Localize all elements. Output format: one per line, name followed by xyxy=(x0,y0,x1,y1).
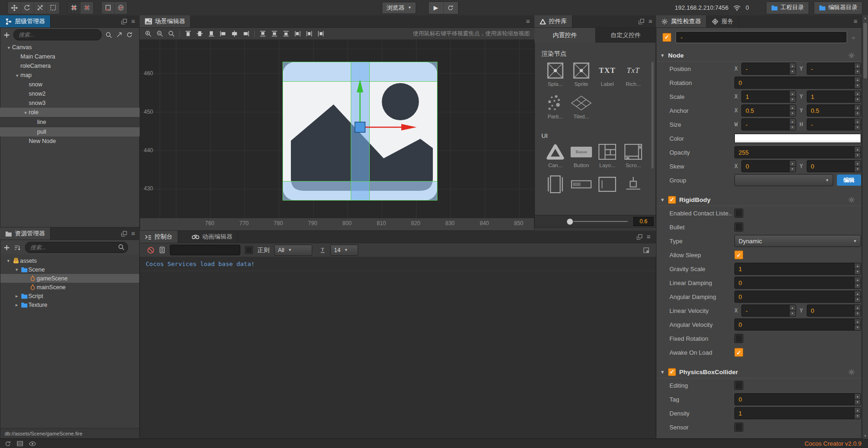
panel-menu-icon[interactable]: ≡ xyxy=(649,18,652,25)
dmid-button[interactable] xyxy=(269,29,280,39)
open-log-file-button[interactable] xyxy=(159,247,165,253)
widget-item-rich[interactable]: TxTRich... xyxy=(620,60,646,90)
open-project-dir-button[interactable]: 工程目录 xyxy=(766,1,809,14)
number-field-y[interactable]: 0.5▲▼ xyxy=(807,104,861,117)
hierarchy-node-rolecamera[interactable]: roleCamera xyxy=(0,61,140,71)
checkbox[interactable]: ✓ xyxy=(734,251,743,260)
hierarchy-node-snow3[interactable]: snow3 xyxy=(0,98,140,108)
value-stepper[interactable]: ▲▼ xyxy=(854,291,861,302)
color-swatch[interactable] xyxy=(734,134,861,143)
create-asset-button[interactable] xyxy=(4,245,10,251)
tab-animation-editor[interactable]: 动画编辑器 xyxy=(186,231,238,243)
almid-button[interactable] xyxy=(194,29,206,39)
font-size-select[interactable]: 14▼ xyxy=(330,245,358,256)
library-scrollbar[interactable] xyxy=(651,62,654,169)
dropdown-select[interactable]: Dynamic▼ xyxy=(734,235,861,247)
rotate-tool-button[interactable] xyxy=(21,2,34,14)
checkbox[interactable] xyxy=(734,223,743,232)
component-enabled-checkbox[interactable]: ✓ xyxy=(668,368,676,376)
number-field-y[interactable]: -▲▼ xyxy=(807,63,861,75)
edit-group-button[interactable]: 编辑 xyxy=(837,175,861,186)
number-field-y[interactable]: 1▲▼ xyxy=(807,91,861,103)
caret-icon[interactable]: ▾ xyxy=(13,267,20,272)
asset-node-texture[interactable]: ▸Texture xyxy=(0,300,139,309)
widget-item-sliderw[interactable] xyxy=(620,174,646,195)
caret-icon[interactable]: ▾ xyxy=(22,110,29,115)
value-stepper[interactable]: ▲▼ xyxy=(854,394,861,405)
number-field[interactable]: 1▲▼ xyxy=(734,263,861,275)
magplus-button[interactable] xyxy=(142,29,154,39)
regex-checkbox[interactable] xyxy=(245,246,253,254)
widget-item-parti[interactable]: Parti... xyxy=(542,92,568,122)
float-panel-icon[interactable] xyxy=(637,234,643,240)
hierarchy-node-main-camera[interactable]: Main Camera xyxy=(0,52,140,61)
asset-node-gamescene[interactable]: gameScene xyxy=(0,274,139,283)
value-stepper[interactable]: ▲▼ xyxy=(854,161,861,172)
clear-log-button[interactable] xyxy=(147,247,154,254)
number-field-x[interactable]: 1▲▼ xyxy=(741,91,796,103)
value-stepper[interactable]: ▲▼ xyxy=(854,319,861,330)
value-stepper[interactable]: ▲▼ xyxy=(789,305,796,316)
widget-item-can[interactable]: Can... xyxy=(542,141,568,171)
tab-scene-editor[interactable]: 场景编辑器 xyxy=(140,15,191,27)
widget-item-sprite[interactable]: Sprite xyxy=(568,60,594,90)
checkbox[interactable] xyxy=(734,381,743,390)
locate-node-icon[interactable] xyxy=(116,32,122,38)
globetool-tool-button[interactable] xyxy=(115,2,127,14)
tab-console[interactable]: 控制台 xyxy=(140,231,178,243)
widget-item-pageview[interactable] xyxy=(542,174,568,195)
preview-target-dropdown[interactable]: 浏览器▼ xyxy=(382,2,416,14)
hierarchy-search-input[interactable]: 搜索... xyxy=(13,29,102,40)
caret-icon[interactable]: ▼ xyxy=(660,197,665,202)
albot-button[interactable] xyxy=(206,29,217,39)
hierarchy-node-canvas[interactable]: ▾Canvas xyxy=(0,43,140,52)
move-tool-button[interactable] xyxy=(8,2,21,14)
number-field[interactable]: 255▲▼ xyxy=(734,146,861,158)
value-stepper[interactable]: ▲▼ xyxy=(854,119,861,130)
widget-item-layo[interactable]: Layo... xyxy=(594,141,620,171)
node-name-field[interactable]: - xyxy=(675,31,847,43)
value-stepper[interactable]: ▲▼ xyxy=(854,263,861,274)
inspector-scrollbar[interactable]: ▲ ▼ xyxy=(862,15,868,439)
caret-icon[interactable]: ▾ xyxy=(5,258,12,263)
log-level-select[interactable]: All▼ xyxy=(274,245,312,256)
number-field[interactable]: 1▲▼ xyxy=(734,407,861,419)
checkbox[interactable]: ✓ xyxy=(734,348,743,357)
section-header-rigidbody[interactable]: ▼✓RigidBody xyxy=(656,194,862,206)
create-node-button[interactable] xyxy=(4,32,10,38)
float-panel-icon[interactable] xyxy=(121,231,127,237)
library-subtab-custom[interactable]: 自定义控件 xyxy=(595,28,656,43)
float-panel-icon[interactable] xyxy=(121,19,127,25)
number-field-x[interactable]: -▲▼ xyxy=(741,305,796,317)
widget-item-label[interactable]: TXTLabel xyxy=(594,60,620,90)
hierarchy-node-new-node[interactable]: New Node xyxy=(0,136,140,146)
panel-menu-icon[interactable]: ≡ xyxy=(526,18,530,25)
caret-icon[interactable]: ▸ xyxy=(13,293,20,299)
hierarchy-node-map[interactable]: ▾map xyxy=(0,71,140,80)
value-stepper[interactable]: ▲▼ xyxy=(854,91,861,102)
value-stepper[interactable]: ▲▼ xyxy=(854,277,861,288)
node-active-checkbox[interactable]: ✓ xyxy=(662,33,671,42)
panel-menu-icon[interactable]: ≡ xyxy=(131,18,135,25)
widget-item-progressbar[interactable] xyxy=(568,174,594,195)
asset-node-script[interactable]: ▸Script xyxy=(0,292,139,300)
hierarchy-node-snow2[interactable]: snow2 xyxy=(0,89,140,98)
caret-icon[interactable]: ▸ xyxy=(13,302,20,307)
number-field[interactable]: 0▲▼ xyxy=(734,77,861,89)
number-field[interactable]: 0▲▼ xyxy=(734,318,861,331)
value-stepper[interactable]: ▲▼ xyxy=(854,105,861,116)
number-field-x[interactable]: -▲▼ xyxy=(741,63,796,75)
tab-inspector[interactable]: 属性检查器 xyxy=(656,15,707,27)
tab-services[interactable]: 服务 xyxy=(707,15,739,27)
dcen-button[interactable] xyxy=(303,29,315,39)
alright-button[interactable] xyxy=(240,29,252,39)
value-stepper[interactable]: ▲▼ xyxy=(854,147,861,158)
value-stepper[interactable]: ▲▼ xyxy=(789,161,796,172)
hierarchy-node-line[interactable]: line xyxy=(0,117,140,127)
tab-hierarchy[interactable]: 层级管理器 xyxy=(0,15,51,27)
dbot-button[interactable] xyxy=(280,29,292,39)
tab-assets[interactable]: 资源管理器 xyxy=(0,227,51,240)
tab-widget-library[interactable]: 控件库 xyxy=(534,15,572,27)
checkbox[interactable] xyxy=(734,423,743,432)
popout-log-icon[interactable] xyxy=(643,247,649,253)
